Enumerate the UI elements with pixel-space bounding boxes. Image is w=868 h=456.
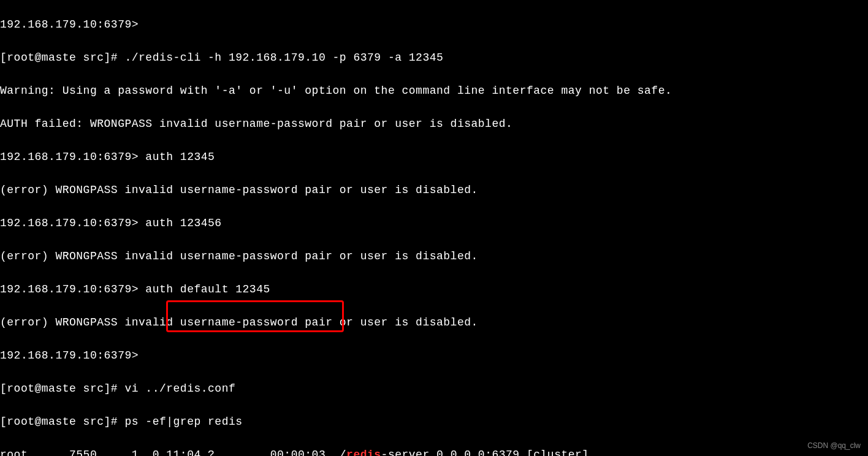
terminal-line: (error) WRONGPASS invalid username-passw… (0, 248, 868, 265)
terminal-line: AUTH failed: WRONGPASS invalid username-… (0, 116, 868, 132)
terminal-line: 192.168.179.10:6379> auth 123456 (0, 215, 868, 232)
terminal-line: 192.168.179.10:6379> auth 12345 (0, 149, 868, 165)
terminal-line: 192.168.179.10:6379> (0, 348, 868, 364)
terminal-line: (error) WRONGPASS invalid username-passw… (0, 314, 868, 331)
terminal-line: Warning: Using a password with '-a' or '… (0, 83, 868, 99)
watermark-text: CSDN @qq_clw (807, 440, 861, 451)
terminal-line: root 7550 1 0 11:04 ? 00:00:03 ./redis-s… (0, 447, 868, 456)
terminal-line: [root@maste src]# vi ../redis.conf (0, 381, 868, 397)
terminal-line: 192.168.179.10:6379> auth default 12345 (0, 281, 868, 298)
terminal-line: [root@maste src]# ps -ef|grep redis (0, 414, 868, 430)
terminal-line: 192.168.179.10:6379> (0, 17, 868, 33)
terminal-line: (error) WRONGPASS invalid username-passw… (0, 182, 868, 199)
terminal-line: [root@maste src]# ./redis-cli -h 192.168… (0, 50, 868, 66)
terminal-output[interactable]: 192.168.179.10:6379> [root@maste src]# .… (0, 0, 868, 456)
grep-match: redis (346, 449, 381, 456)
